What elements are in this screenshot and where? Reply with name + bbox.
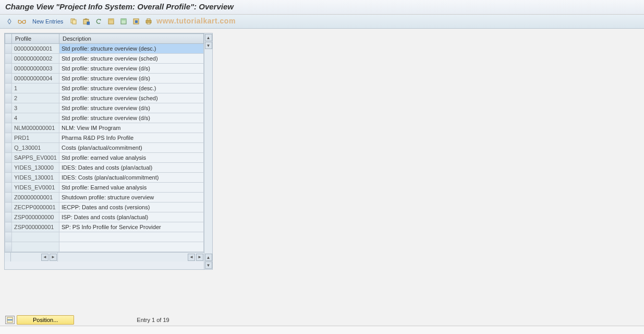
row-selector[interactable] — [5, 153, 12, 163]
row-selector[interactable] — [5, 103, 12, 113]
table-row[interactable]: PRD1Pharma R&D PS Info Profile — [5, 133, 204, 143]
select-all-icon[interactable] — [106, 16, 116, 27]
table-row[interactable]: 000000000004Std profile: structure overv… — [5, 74, 204, 84]
row-selector[interactable] — [5, 64, 12, 74]
table-row[interactable] — [5, 242, 204, 252]
table-row[interactable]: 2Std profile: structure overview (sched) — [5, 93, 204, 103]
scroll-right2-icon[interactable]: ► — [196, 254, 203, 261]
table-row[interactable]: ZSP000000000ISP: Dates and costs (plan/a… — [5, 212, 204, 222]
table-row[interactable]: 000000000003Std profile: structure overv… — [5, 64, 204, 74]
description-cell[interactable]: Costs (plan/actual/commitment) — [59, 143, 203, 153]
scroll-left2-icon[interactable]: ◄ — [188, 254, 195, 261]
profile-cell[interactable]: Z00000000001 — [12, 193, 59, 202]
profile-cell[interactable]: ZSP000000001 — [12, 222, 59, 232]
description-cell[interactable]: Std profile: structure overview (d/s) — [59, 64, 203, 74]
row-selector[interactable] — [5, 133, 12, 143]
profile-cell[interactable]: SAPPS_EV0001 — [12, 153, 59, 163]
description-cell[interactable]: Std profile: structure overview (d/s) — [59, 113, 203, 123]
row-selector[interactable] — [5, 173, 12, 183]
glasses-icon[interactable] — [17, 16, 27, 27]
row-selector[interactable] — [5, 183, 12, 193]
profile-cell[interactable]: 000000000001 — [12, 44, 59, 54]
profile-cell[interactable]: Q_130001 — [12, 143, 59, 153]
description-column-header[interactable]: Description — [59, 34, 203, 44]
profile-cell[interactable]: 3 — [12, 103, 59, 113]
description-cell[interactable]: Std profile: structure overview (desc.) — [59, 84, 203, 93]
scroll-right-icon[interactable]: ► — [50, 254, 57, 261]
description-cell[interactable]: SP: PS Info Profile for Service Provider — [59, 222, 203, 232]
select-column-header[interactable] — [5, 34, 12, 44]
table-row[interactable]: 000000000002Std profile: structure overv… — [5, 54, 204, 64]
row-selector[interactable] — [5, 242, 12, 252]
row-selector[interactable] — [5, 212, 12, 222]
row-selector[interactable] — [5, 113, 12, 123]
position-button[interactable]: Position... — [17, 315, 74, 325]
description-cell[interactable]: IDES: Costs (plan/actual/commitment) — [59, 173, 203, 183]
profile-column-header[interactable]: Profile — [12, 34, 59, 44]
row-selector[interactable] — [5, 143, 12, 153]
description-cell[interactable]: Std profile: structure overview (d/s) — [59, 74, 203, 84]
copy-icon[interactable] — [68, 16, 79, 27]
table-row[interactable] — [5, 232, 204, 242]
row-selector[interactable] — [5, 54, 12, 64]
new-entries-button[interactable]: New Entries — [29, 18, 66, 25]
profile-cell[interactable] — [12, 242, 59, 252]
description-cell[interactable] — [59, 232, 203, 242]
description-cell[interactable]: Std profile: earned value analysis — [59, 153, 203, 163]
table-row[interactable]: NLM000000001NLM: View IM Program — [5, 123, 204, 133]
description-cell[interactable]: Std profile: Earned value analysis — [59, 183, 203, 193]
row-selector[interactable] — [5, 93, 12, 103]
table-row[interactable]: ZECPP0000001IECPP: Dates and costs (vers… — [5, 202, 204, 212]
table-row[interactable]: ZSP000000001SP: PS Info Profile for Serv… — [5, 222, 204, 232]
profile-cell[interactable] — [12, 232, 59, 242]
description-cell[interactable]: NLM: View IM Program — [59, 123, 203, 133]
table-row[interactable]: Q_130001Costs (plan/actual/commitment) — [5, 143, 204, 153]
print-icon[interactable] — [143, 16, 154, 27]
row-selector[interactable] — [5, 74, 12, 84]
vertical-scrollbar[interactable]: ▲ ▼ ▲ ▼ — [204, 33, 212, 269]
profile-cell[interactable]: ZECPP0000001 — [12, 202, 59, 212]
description-cell[interactable]: Pharma R&D PS Info Profile — [59, 133, 203, 143]
description-cell[interactable]: IECPP: Dates and costs (versions) — [59, 202, 203, 212]
toggle-display-change-icon[interactable] — [4, 16, 15, 27]
profile-cell[interactable]: 2 — [12, 93, 59, 103]
table-row[interactable]: 4Std profile: structure overview (d/s) — [5, 113, 204, 123]
table-row[interactable]: 3Std profile: structure overview (d/s) — [5, 103, 204, 113]
profile-cell[interactable]: 4 — [12, 113, 59, 123]
undo-icon[interactable] — [93, 16, 104, 27]
profile-cell[interactable]: 1 — [12, 84, 59, 93]
row-selector[interactable] — [5, 44, 12, 54]
row-selector[interactable] — [5, 163, 12, 173]
scroll-down2-icon[interactable]: ▼ — [205, 261, 212, 269]
description-cell[interactable]: Std profile: structure overview (sched) — [59, 54, 203, 64]
description-cell[interactable]: IDES: Dates and costs (plan/actual) — [59, 163, 203, 173]
profile-cell[interactable]: 000000000003 — [12, 64, 59, 74]
scroll-up2-icon[interactable]: ▲ — [205, 254, 212, 261]
description-cell[interactable] — [59, 242, 203, 252]
description-cell[interactable]: Std profile: structure overview (desc.) — [59, 44, 203, 54]
position-icon[interactable] — [5, 316, 15, 324]
scroll-down-icon[interactable]: ▼ — [205, 42, 212, 49]
table-row[interactable]: YIDES_EV0001Std profile: Earned value an… — [5, 183, 204, 193]
row-selector[interactable] — [5, 84, 12, 93]
row-selector[interactable] — [5, 232, 12, 242]
scroll-left-icon[interactable]: ◄ — [41, 254, 48, 261]
description-cell[interactable]: Std profile: structure overview (sched) — [59, 93, 203, 103]
profile-cell[interactable]: YIDES_130001 — [12, 173, 59, 183]
table-row[interactable]: 1Std profile: structure overview (desc.) — [5, 84, 204, 93]
profile-cell[interactable]: 000000000004 — [12, 74, 59, 84]
profile-cell[interactable]: ZSP000000000 — [12, 212, 59, 222]
profile-cell[interactable]: NLM000000001 — [12, 123, 59, 133]
profile-cell[interactable]: PRD1 — [12, 133, 59, 143]
scroll-up-icon[interactable]: ▲ — [205, 34, 212, 41]
description-cell[interactable]: Std profile: structure overview (d/s) — [59, 103, 203, 113]
table-row[interactable]: YIDES_130001IDES: Costs (plan/actual/com… — [5, 173, 204, 183]
description-cell[interactable]: Shutdown profile: structure overview — [59, 193, 203, 202]
table-row[interactable]: YIDES_130000IDES: Dates and costs (plan/… — [5, 163, 204, 173]
profile-cell[interactable]: YIDES_130000 — [12, 163, 59, 173]
profile-cell[interactable]: 000000000002 — [12, 54, 59, 64]
profile-cell[interactable]: YIDES_EV0001 — [12, 183, 59, 193]
row-selector[interactable] — [5, 123, 12, 133]
select-block-icon[interactable] — [118, 16, 129, 27]
table-row[interactable]: SAPPS_EV0001Std profile: earned value an… — [5, 153, 204, 163]
